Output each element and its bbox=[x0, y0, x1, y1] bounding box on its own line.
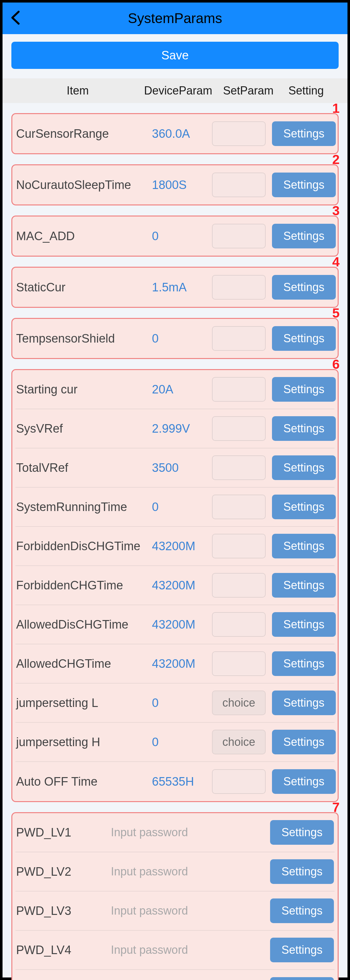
set-param-input[interactable] bbox=[212, 455, 266, 480]
param-row: PWD_LV3Settings bbox=[16, 891, 334, 931]
param-label: StaticCur bbox=[16, 281, 152, 294]
settings-button[interactable]: Settings bbox=[272, 455, 336, 480]
settings-button[interactable]: Settings bbox=[272, 416, 336, 441]
settings-button-cell: Settings bbox=[272, 573, 336, 598]
settings-button[interactable]: Settings bbox=[272, 495, 336, 519]
settings-button[interactable]: Settings bbox=[272, 173, 336, 197]
param-label: PWD_LV4 bbox=[16, 943, 108, 957]
settings-button[interactable]: Settings bbox=[272, 651, 336, 676]
param-label: PWD_LV2 bbox=[16, 865, 108, 878]
settings-button[interactable]: Settings bbox=[272, 224, 336, 248]
settings-button-cell: Settings bbox=[272, 377, 336, 402]
col-header-setparam: SetParam bbox=[223, 84, 274, 97]
param-label: AllowedDisCHGTime bbox=[16, 618, 152, 632]
settings-button[interactable]: Settings bbox=[270, 859, 334, 884]
back-button[interactable] bbox=[3, 10, 28, 26]
set-param-input[interactable] bbox=[212, 377, 266, 402]
settings-button-cell: Settings bbox=[253, 938, 334, 962]
param-input-cell bbox=[212, 534, 272, 558]
set-param-input[interactable] bbox=[212, 173, 266, 197]
param-value: 43200M bbox=[152, 579, 212, 592]
title-bar: SystemParams bbox=[3, 3, 347, 34]
param-input-cell bbox=[212, 416, 272, 441]
param-row: AllowedCHGTime43200MSettings bbox=[16, 644, 334, 684]
param-label: NoCurautoSleepTime bbox=[16, 178, 152, 192]
settings-button-cell: Settings bbox=[253, 859, 334, 884]
param-row: CurSensorRange360.0ASettings bbox=[16, 114, 334, 153]
set-param-input[interactable] bbox=[212, 416, 266, 441]
set-param-input[interactable] bbox=[212, 224, 266, 248]
set-param-input[interactable] bbox=[212, 573, 266, 598]
param-input-cell bbox=[212, 651, 272, 676]
settings-button-cell: Settings bbox=[272, 730, 336, 754]
param-row: SysVRef2.999VSettings bbox=[16, 409, 334, 449]
param-input-cell: choice bbox=[212, 730, 272, 754]
param-input-cell bbox=[212, 275, 272, 300]
set-param-input[interactable] bbox=[212, 612, 266, 637]
set-param-input[interactable] bbox=[212, 326, 266, 351]
settings-button[interactable]: Settings bbox=[272, 377, 336, 402]
settings-button[interactable]: Settings bbox=[270, 938, 334, 962]
param-row: SystemRunningTime0Settings bbox=[16, 488, 334, 527]
settings-button[interactable]: Settings bbox=[272, 730, 336, 754]
settings-button-cell: Settings bbox=[272, 495, 336, 519]
set-param-choice[interactable]: choice bbox=[212, 730, 266, 754]
param-input-cell bbox=[212, 455, 272, 480]
settings-button[interactable]: Settings bbox=[272, 275, 336, 300]
param-input-cell bbox=[212, 769, 272, 794]
settings-button[interactable]: Settings bbox=[272, 534, 336, 558]
param-group-4: 4StaticCur1.5mASettings bbox=[11, 267, 339, 308]
param-row: MAC_ADD0Settings bbox=[16, 216, 334, 256]
param-group-1: 1CurSensorRange360.0ASettings bbox=[11, 113, 339, 154]
set-param-input[interactable] bbox=[212, 121, 266, 146]
settings-button[interactable]: Settings bbox=[272, 769, 336, 794]
settings-button[interactable]: Settings bbox=[272, 690, 336, 715]
settings-button-cell: Settings bbox=[253, 977, 334, 980]
set-param-input[interactable] bbox=[212, 769, 266, 794]
param-value: 0 bbox=[152, 500, 212, 514]
param-value: 43200M bbox=[152, 539, 212, 553]
save-button[interactable]: Save bbox=[11, 42, 339, 69]
password-input[interactable] bbox=[108, 865, 253, 878]
set-param-choice[interactable]: choice bbox=[212, 690, 266, 715]
param-label: PWD_LV1 bbox=[16, 826, 108, 839]
settings-button[interactable]: Settings bbox=[270, 977, 334, 980]
settings-button-cell: Settings bbox=[272, 455, 336, 480]
param-value: 43200M bbox=[152, 657, 212, 671]
password-input[interactable] bbox=[108, 943, 253, 957]
param-row: TotalVRef3500Settings bbox=[16, 449, 334, 488]
group-badge-3: 3 bbox=[332, 203, 340, 218]
param-label: SystemRunningTime bbox=[16, 500, 152, 514]
param-row: Starting cur20ASettings bbox=[16, 370, 334, 409]
param-input-cell: choice bbox=[212, 690, 272, 715]
settings-button[interactable]: Settings bbox=[270, 899, 334, 923]
param-label: jumpersetting L bbox=[16, 696, 152, 710]
param-value: 0 bbox=[152, 735, 212, 749]
set-param-input[interactable] bbox=[212, 534, 266, 558]
param-label: SysVRef bbox=[16, 422, 152, 436]
settings-button[interactable]: Settings bbox=[272, 573, 336, 598]
param-label: TempsensorShield bbox=[16, 332, 152, 345]
set-param-input[interactable] bbox=[212, 495, 266, 519]
set-param-input[interactable] bbox=[212, 275, 266, 300]
group-badge-6: 6 bbox=[332, 357, 340, 372]
param-input-cell bbox=[212, 495, 272, 519]
group-badge-2: 2 bbox=[332, 152, 340, 167]
settings-button[interactable]: Settings bbox=[272, 121, 336, 146]
settings-button-cell: Settings bbox=[272, 534, 336, 558]
settings-button[interactable]: Settings bbox=[272, 326, 336, 351]
param-label: ForbiddenDisCHGTime bbox=[16, 539, 152, 553]
settings-button-cell: Settings bbox=[272, 121, 336, 146]
settings-button-cell: Settings bbox=[272, 651, 336, 676]
settings-button-cell: Settings bbox=[272, 416, 336, 441]
password-input[interactable] bbox=[108, 904, 253, 918]
set-param-input[interactable] bbox=[212, 651, 266, 676]
param-label: MAC_ADD bbox=[16, 229, 152, 243]
settings-button[interactable]: Settings bbox=[272, 612, 336, 637]
password-input[interactable] bbox=[108, 826, 253, 839]
settings-button-cell: Settings bbox=[272, 275, 336, 300]
param-value: 1.5mA bbox=[152, 281, 212, 294]
col-header-item: Item bbox=[11, 84, 144, 97]
settings-button-cell: Settings bbox=[272, 769, 336, 794]
settings-button[interactable]: Settings bbox=[270, 820, 334, 845]
